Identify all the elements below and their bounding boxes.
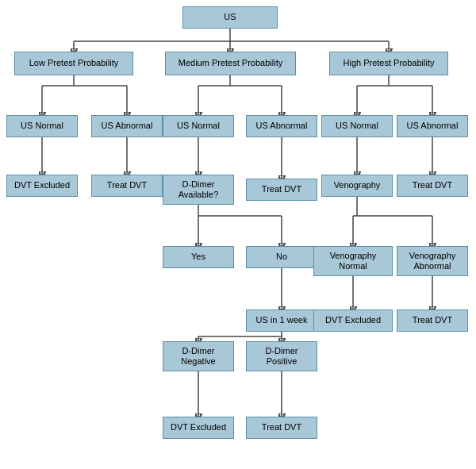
node-d-pos: D-Dimer Positive [246, 341, 317, 371]
node-us-abn-med: US Abnormal [246, 115, 317, 137]
node-dvt-excl-high: DVT Excluded [313, 309, 393, 332]
node-venography: Venography [321, 175, 393, 197]
node-us-1wk: US in 1 week [246, 309, 317, 332]
node-treat-dvt-med: Treat DVT [246, 179, 317, 201]
node-yes: Yes [163, 246, 234, 268]
node-high: High Pretest Probability [329, 52, 448, 75]
node-us-abn-high: US Abnormal [397, 115, 468, 137]
node-treat-dvt-low: Treat DVT [91, 175, 163, 197]
node-treat-dvt-dimer: Treat DVT [246, 417, 317, 439]
node-med: Medium Pretest Probability [165, 52, 296, 75]
node-us: US [182, 6, 278, 29]
node-dvt-excl-low: DVT Excluded [6, 175, 78, 197]
node-us-norm-med: US Normal [163, 115, 234, 137]
node-veno-norm: Venography Normal [313, 246, 393, 276]
node-no: No [246, 246, 317, 268]
node-low: Low Pretest Probability [14, 52, 133, 75]
node-veno-abn: Venography Abnormal [397, 246, 468, 276]
node-us-abn-low: US Abnormal [91, 115, 163, 137]
flowchart-diagram: US Low Pretest Probability Medium Pretes… [0, 0, 476, 469]
node-d-dimer-avail: D-Dimer Available? [163, 175, 234, 205]
node-treat-dvt-high: Treat DVT [397, 175, 468, 197]
node-dvt-excl-dimer: DVT Excluded [163, 417, 234, 439]
node-treat-dvt-veno: Treat DVT [397, 309, 468, 332]
node-d-neg: D-Dimer Negative [163, 341, 234, 371]
node-us-norm-low: US Normal [6, 115, 78, 137]
node-us-norm-high: US Normal [321, 115, 393, 137]
